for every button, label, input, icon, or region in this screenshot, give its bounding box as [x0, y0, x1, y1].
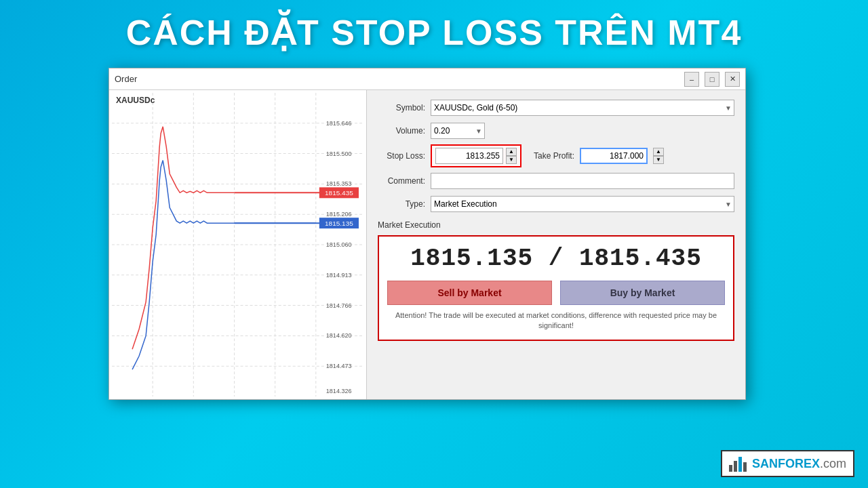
volume-row: Volume: 0.20 ▼: [378, 121, 734, 140]
symbol-select[interactable]: XAUUSDc, Gold (6-50): [431, 100, 734, 116]
type-row: Type: Market Execution ▼: [378, 195, 734, 214]
svg-text:1815.500: 1815.500: [326, 150, 352, 157]
type-select[interactable]: Market Execution: [431, 196, 734, 212]
take-profit-spinners: ▲ ▼: [653, 148, 664, 164]
stop-loss-row: Stop Loss: ▲ ▼ Take Profit: ▲ ▼: [378, 144, 734, 167]
volume-label: Volume:: [378, 126, 425, 136]
type-select-wrapper: Market Execution ▼: [431, 196, 734, 212]
take-profit-down-btn[interactable]: ▼: [653, 156, 664, 164]
sanforex-logo: SANFOREX.com: [721, 450, 854, 477]
svg-text:1814.913: 1814.913: [326, 272, 352, 279]
logo-bar-3: [738, 457, 742, 472]
stop-loss-box: ▲ ▼: [431, 144, 521, 167]
logo-domain: .com: [820, 457, 846, 470]
comment-input[interactable]: [431, 173, 734, 189]
stop-loss-up-btn[interactable]: ▲: [506, 148, 517, 156]
right-panel: Symbol: XAUUSDc, Gold (6-50) ▼ Volume: 0…: [367, 90, 745, 399]
symbol-label: Symbol:: [378, 103, 425, 113]
window-controls: – □ ✕: [684, 72, 740, 87]
symbol-select-wrapper: XAUUSDc, Gold (6-50) ▼: [431, 100, 734, 116]
stop-loss-spinners: ▲ ▼: [506, 148, 517, 164]
take-profit-label: Take Profit:: [534, 151, 574, 161]
svg-text:1815.060: 1815.060: [326, 241, 352, 248]
minimize-button[interactable]: –: [684, 72, 699, 87]
price-chart: 1815.435 1815.135 1815.646 1815.500 1815…: [112, 93, 363, 396]
volume-select-wrapper: 0.20 ▼: [431, 123, 485, 139]
symbol-row: Symbol: XAUUSDc, Gold (6-50) ▼: [378, 98, 734, 117]
close-button[interactable]: ✕: [725, 72, 740, 87]
chart-symbol-label: XAUUSDc: [116, 96, 155, 105]
stop-loss-input[interactable]: [435, 148, 503, 164]
svg-text:1814.766: 1814.766: [326, 302, 352, 309]
market-execution-box: 1815.135 / 1815.435 Sell by Market Buy b…: [378, 235, 734, 341]
type-label: Type:: [378, 199, 425, 209]
sell-by-market-button[interactable]: Sell by Market: [387, 281, 552, 305]
logo-bar-4: [743, 462, 747, 472]
comment-label: Comment:: [378, 176, 425, 186]
price-separator: /: [533, 245, 579, 272]
title-bar: Order – □ ✕: [109, 68, 745, 90]
restore-button[interactable]: □: [705, 72, 719, 87]
take-profit-up-btn[interactable]: ▲: [653, 148, 664, 156]
market-execution-label: Market Execution: [378, 220, 734, 230]
svg-text:1815.353: 1815.353: [326, 180, 352, 187]
bid-price: 1815.135: [410, 245, 533, 272]
page-title: CÁCH ĐẶT STOP LOSS TRÊN MT4: [0, 0, 868, 60]
volume-select[interactable]: 0.20: [431, 123, 485, 139]
take-profit-input[interactable]: [580, 148, 648, 164]
window-content: XAUUSDc: [109, 90, 745, 399]
svg-text:1814.473: 1814.473: [326, 363, 352, 369]
logo-text: SANFOREX.com: [752, 457, 846, 471]
chart-area: XAUUSDc: [109, 90, 367, 399]
logo-icon: [729, 455, 747, 472]
bid-ask-display: 1815.135 / 1815.435: [387, 245, 725, 272]
stop-loss-down-btn[interactable]: ▼: [506, 156, 517, 164]
comment-row: Comment:: [378, 171, 734, 190]
buy-by-market-button[interactable]: Buy by Market: [560, 281, 725, 305]
svg-text:1815.646: 1815.646: [326, 120, 352, 127]
ask-price: 1815.435: [579, 245, 702, 272]
svg-text:1815.135: 1815.135: [325, 220, 353, 227]
logo-san: SAN: [752, 457, 778, 470]
logo-forex: FOREX: [778, 457, 820, 470]
order-window: Order – □ ✕ XAUUSDc: [108, 68, 746, 400]
trade-buttons: Sell by Market Buy by Market: [387, 281, 725, 305]
stop-loss-label: Stop Loss:: [378, 151, 425, 161]
window-title: Order: [115, 74, 684, 84]
svg-text:1814.620: 1814.620: [326, 332, 352, 339]
svg-text:1815.206: 1815.206: [326, 211, 352, 218]
svg-text:1815.435: 1815.435: [325, 189, 353, 197]
take-profit-section: Take Profit: ▲ ▼: [534, 148, 664, 164]
svg-text:1814.326: 1814.326: [326, 388, 352, 394]
attention-text: Attention! The trade will be executed at…: [387, 310, 725, 331]
logo-bar-2: [734, 461, 737, 472]
logo-bar-1: [729, 465, 732, 472]
